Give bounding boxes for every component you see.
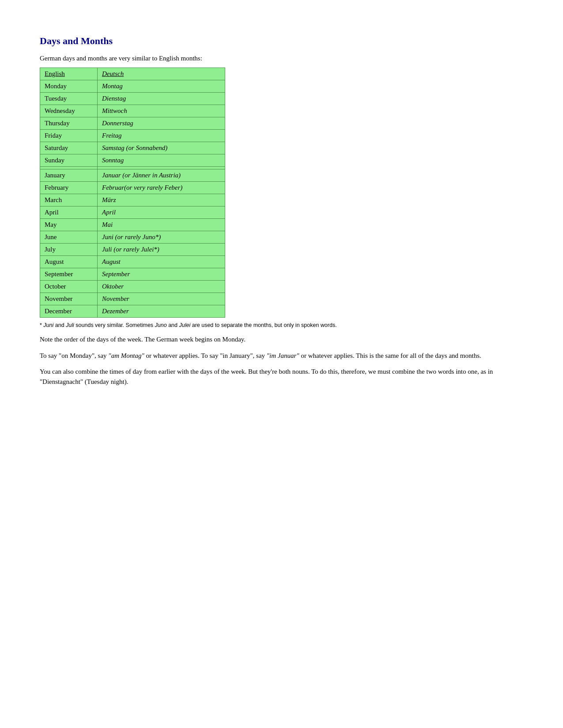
header-deutsch: Deutsch: [98, 68, 225, 80]
table-row: January Januar (or Jänner in Austria): [40, 169, 225, 182]
english-day: Monday: [40, 80, 98, 93]
german-month: Juni (or rarely Juno*): [98, 231, 225, 244]
english-month: June: [40, 231, 98, 244]
german-month: August: [98, 256, 225, 268]
english-day: Saturday: [40, 142, 98, 154]
english-day: Tuesday: [40, 93, 98, 105]
english-month: February: [40, 182, 98, 194]
table-row: Sunday Sonntag: [40, 154, 225, 167]
table-row: December Dezember: [40, 305, 225, 318]
table-row: November November: [40, 293, 225, 305]
german-month: April: [98, 206, 225, 219]
header-english: English: [40, 68, 98, 80]
english-day: Wednesday: [40, 105, 98, 117]
english-month: August: [40, 256, 98, 268]
german-day: Mittwoch: [98, 105, 225, 117]
table-header-row: English Deutsch: [40, 68, 225, 80]
days-months-table: English Deutsch Monday Montag Tuesday Di…: [40, 68, 225, 318]
table-row: September September: [40, 268, 225, 281]
english-month: September: [40, 268, 98, 281]
table-row: Saturday Samstag (or Sonnabend): [40, 142, 225, 154]
table-row: May Mai: [40, 219, 225, 231]
english-day: Friday: [40, 130, 98, 142]
paragraph-1: Note the order of the days of the week. …: [40, 334, 523, 345]
table-row: Friday Freitag: [40, 130, 225, 142]
table-row: Monday Montag: [40, 80, 225, 93]
english-day: Sunday: [40, 154, 98, 167]
table-row: April April: [40, 206, 225, 219]
english-day: Thursday: [40, 117, 98, 130]
german-month: Juli (or rarely Julei*): [98, 244, 225, 256]
english-month: May: [40, 219, 98, 231]
table-row: October Oktober: [40, 281, 225, 293]
english-month: November: [40, 293, 98, 305]
german-day: Montag: [98, 80, 225, 93]
german-day: Samstag (or Sonnabend): [98, 142, 225, 154]
english-month: July: [40, 244, 98, 256]
german-month: Oktober: [98, 281, 225, 293]
german-month: Dezember: [98, 305, 225, 318]
german-day: Donnerstag: [98, 117, 225, 130]
german-month: Februar(or very rarely Feber): [98, 182, 225, 194]
intro-text: German days and months are very similar …: [40, 55, 523, 62]
english-month: April: [40, 206, 98, 219]
footnote: * Juni and Juli sounds very similar. Som…: [40, 322, 523, 328]
paragraph-3: You can also combine the times of day fr…: [40, 367, 523, 387]
german-day: Sonntag: [98, 154, 225, 167]
german-day: Freitag: [98, 130, 225, 142]
english-month: March: [40, 194, 98, 206]
table-row: Tuesday Dienstag: [40, 93, 225, 105]
paragraph-2: To say "on Monday", say "am Montag" or w…: [40, 351, 523, 361]
english-month: January: [40, 169, 98, 182]
table-row: Thursday Donnerstag: [40, 117, 225, 130]
table-row: February Februar(or very rarely Feber): [40, 182, 225, 194]
german-month: November: [98, 293, 225, 305]
german-month: März: [98, 194, 225, 206]
table-row: July Juli (or rarely Julei*): [40, 244, 225, 256]
table-row: August August: [40, 256, 225, 268]
table-row: March März: [40, 194, 225, 206]
english-month: October: [40, 281, 98, 293]
table-row: June Juni (or rarely Juno*): [40, 231, 225, 244]
german-month: Mai: [98, 219, 225, 231]
english-month: December: [40, 305, 98, 318]
german-day: Dienstag: [98, 93, 225, 105]
german-month: Januar (or Jänner in Austria): [98, 169, 225, 182]
german-month: September: [98, 268, 225, 281]
page-title: Days and Months: [40, 35, 523, 47]
table-row: Wednesday Mittwoch: [40, 105, 225, 117]
